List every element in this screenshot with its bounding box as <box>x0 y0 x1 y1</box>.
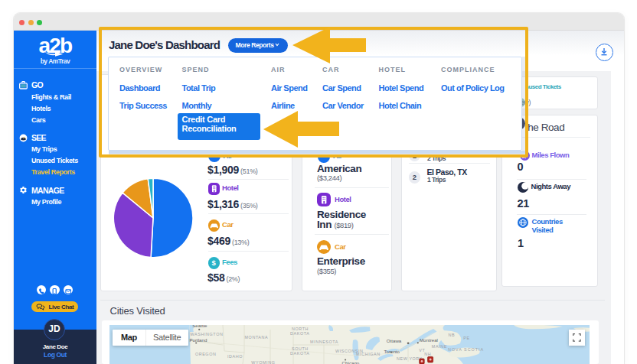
svg-text:Ottawa: Ottawa <box>387 338 402 343</box>
svg-text:Portland: Portland <box>189 337 207 343</box>
svg-text:Chicago: Chicago <box>342 360 360 364</box>
svg-text:DAKOTA: DAKOTA <box>290 351 309 356</box>
svg-text:NH: NH <box>424 352 431 356</box>
svg-text:MICHIGAN: MICHIGAN <box>356 352 381 356</box>
svg-text:MONTANA: MONTANA <box>245 335 269 340</box>
svg-text:Montreal: Montreal <box>420 337 438 343</box>
svg-text:PE: PE <box>463 336 469 340</box>
svg-text:NOVA SCOTIA: NOVA SCOTIA <box>448 347 484 352</box>
svg-text:IDAHO: IDAHO <box>227 354 243 359</box>
svg-text:DAKOTA: DAKOTA <box>290 331 309 336</box>
svg-text:NEW YORK: NEW YORK <box>397 356 423 361</box>
svg-text:Toronto: Toronto <box>384 349 400 354</box>
svg-text:MAINE: MAINE <box>432 344 447 349</box>
svg-text:Seattle: Seattle <box>192 325 207 328</box>
svg-text:NB: NB <box>449 333 456 337</box>
svg-text:WASHINGTON: WASHINGTON <box>191 332 224 336</box>
svg-text:OREGON: OREGON <box>195 352 217 356</box>
svg-text:MINNESOTA: MINNESOTA <box>310 340 338 344</box>
svg-text:WYOMING: WYOMING <box>251 360 275 364</box>
